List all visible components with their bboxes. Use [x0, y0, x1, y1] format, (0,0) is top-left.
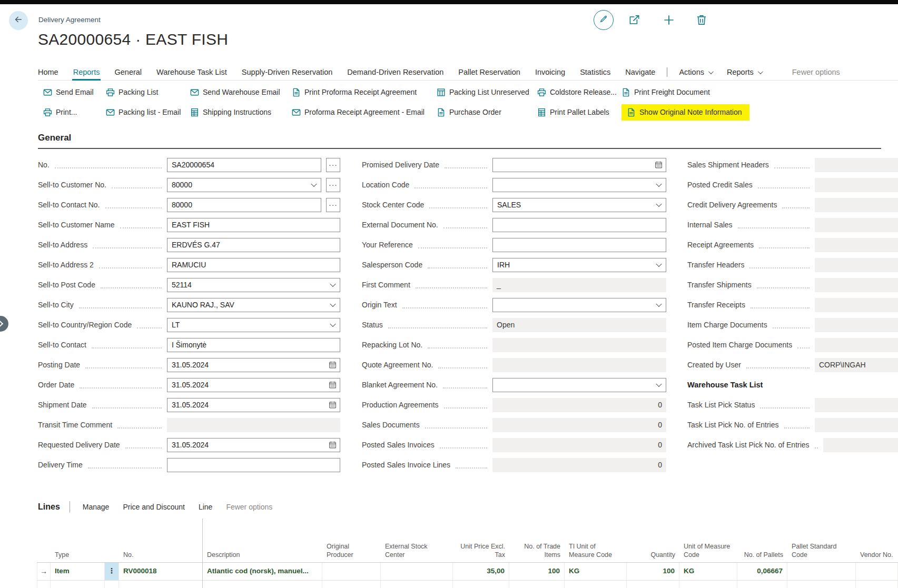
cell-external-stock-center[interactable]: [381, 581, 453, 588]
field-salesperson-code[interactable]: IRH: [492, 258, 666, 272]
tab-home[interactable]: Home: [38, 64, 66, 80]
back-button[interactable]: [9, 11, 28, 30]
ribbon-button-packing-list[interactable]: Packing List: [106, 88, 158, 97]
cell-unit-of-measure-code[interactable]: KG: [679, 563, 737, 580]
cell-row-menu[interactable]: [105, 581, 119, 588]
ribbon-button-send-warehouse-email[interactable]: Send Warehouse Email: [190, 88, 280, 97]
field-sell-to-customer-no[interactable]: 80000: [167, 178, 321, 192]
ribbon-button-proforma-receipt-agreement-email[interactable]: Proforma Receipt Agreement - Email: [292, 108, 425, 117]
column-header-description[interactable]: Description: [203, 519, 322, 562]
cell-ti-unit-of-measure-code[interactable]: [565, 581, 627, 588]
cell-row-menu[interactable]: ⋮: [105, 563, 119, 580]
field-location-code[interactable]: [492, 178, 666, 192]
field-promised-delivery-date[interactable]: [492, 158, 666, 172]
delete-button[interactable]: [695, 13, 708, 27]
field-sell-to-post-code[interactable]: 52114: [167, 278, 340, 292]
field-sell-to-contact-no[interactable]: 80000: [167, 198, 321, 212]
field-posting-date[interactable]: 31.05.2024: [167, 358, 340, 372]
field-no[interactable]: SA20000654: [167, 158, 321, 172]
cell-row-indicator[interactable]: [37, 581, 51, 588]
ribbon-button-send-email[interactable]: Send Email: [43, 88, 94, 97]
column-header-no-of-pallets[interactable]: No. of Pallets: [737, 519, 787, 562]
field-stock-center-code[interactable]: SALES: [492, 198, 666, 212]
cell-original-producer[interactable]: [322, 581, 381, 588]
tab-statistics[interactable]: Statistics: [573, 64, 618, 80]
tab-reports[interactable]: Reports: [719, 64, 769, 80]
cell-unit-of-measure-code[interactable]: [679, 581, 737, 588]
cell-pallet-standard-code[interactable]: [787, 563, 856, 580]
ribbon-button-print[interactable]: Print...: [43, 108, 77, 117]
cell-unit-price-excl-tax[interactable]: 35,00: [453, 563, 509, 580]
lines-menu-manage[interactable]: Manage: [83, 503, 110, 511]
tab-reports[interactable]: Reports: [66, 64, 107, 80]
cell-type[interactable]: Item: [51, 563, 105, 580]
sidebar-expand-button[interactable]: [0, 315, 9, 333]
field-requested-delivery-date[interactable]: 31.05.2024: [167, 438, 340, 452]
edit-button[interactable]: [594, 10, 614, 30]
field-sell-to-address[interactable]: ERDVÉS G.47: [167, 238, 340, 252]
field-order-date[interactable]: 31.05.2024: [167, 378, 340, 392]
cell-description[interactable]: [203, 581, 322, 588]
cell-no-of-trade-items[interactable]: [509, 581, 565, 588]
column-header-vendor-no[interactable]: Vendor No.: [856, 519, 898, 562]
lines-menu-line[interactable]: Line: [199, 503, 212, 511]
cell-ti-unit-of-measure-code[interactable]: KG: [565, 563, 627, 580]
cell-no-of-pallets[interactable]: [737, 581, 787, 588]
field-origin-text[interactable]: [492, 298, 666, 312]
ribbon-button-packing-list-unreserved[interactable]: Packing List Unreserved: [437, 88, 529, 97]
tab-fewer-options[interactable]: Fewer options: [785, 64, 847, 80]
ribbon-button-print-freight-document[interactable]: Print Freight Document: [621, 88, 710, 97]
column-header-unit-price-excl-tax[interactable]: Unit Price Excl. Tax: [453, 519, 509, 562]
field-delivery-time[interactable]: [167, 458, 340, 472]
field-shipment-date[interactable]: 31.05.2024: [167, 398, 340, 412]
tab-actions[interactable]: Actions: [672, 64, 719, 80]
field-sell-to-contact[interactable]: I Šimonytė: [167, 338, 340, 352]
column-header-ti-unit-of-measure-code[interactable]: TI Unit of Measure Code: [565, 519, 627, 562]
cell-vendor-no[interactable]: [856, 581, 898, 588]
cell-no-of-trade-items[interactable]: 100: [509, 563, 565, 580]
field-sell-to-customer-name[interactable]: EAST FISH: [167, 218, 340, 232]
column-header-unit-of-measure-code[interactable]: Unit of Measure Code: [679, 519, 737, 562]
share-button[interactable]: [627, 13, 641, 27]
ribbon-button-show-original-note-information[interactable]: Show Original Note Information: [621, 104, 749, 121]
ribbon-button-shipping-instructions[interactable]: Shipping Instructions: [190, 108, 271, 117]
tab-demand-driven-reservation[interactable]: Demand-Driven Reservation: [340, 64, 451, 80]
cell-quantity[interactable]: 100: [627, 563, 679, 580]
cell-external-stock-center[interactable]: [381, 563, 453, 580]
column-header-pallet-standard-code[interactable]: Pallet Standard Code: [787, 519, 856, 562]
field-sell-to-country-region-code[interactable]: LT: [167, 318, 340, 332]
column-header-original-producer[interactable]: Original Producer: [322, 519, 381, 562]
column-header-quantity[interactable]: Quantity: [627, 519, 679, 562]
column-header-no[interactable]: No.: [119, 519, 203, 562]
tab-pallet-reservation[interactable]: Pallet Reservation: [451, 64, 528, 80]
cell-no-of-pallets[interactable]: 0,06667: [737, 563, 787, 580]
tab-general[interactable]: General: [107, 64, 149, 80]
assist-edit-button[interactable]: ···: [326, 198, 340, 212]
tab-navigate[interactable]: Navigate: [618, 64, 663, 80]
field-blanket-agreement-no[interactable]: [492, 378, 666, 392]
lines-menu-fewer-options[interactable]: Fewer options: [226, 503, 272, 511]
cell-unit-price-excl-tax[interactable]: [453, 581, 509, 588]
field-sell-to-city[interactable]: KAUNO RAJ., SAV: [167, 298, 340, 312]
assist-edit-button[interactable]: ···: [326, 158, 340, 172]
column-header-external-stock-center[interactable]: External Stock Center: [381, 519, 453, 562]
assist-edit-button[interactable]: ···: [326, 178, 340, 192]
cell-vendor-no[interactable]: [856, 563, 898, 580]
column-header-type[interactable]: Type: [51, 519, 105, 562]
cell-no[interactable]: RV000018: [119, 563, 203, 580]
tab-invoicing[interactable]: Invoicing: [528, 64, 573, 80]
tab-supply-driven-reservation[interactable]: Supply-Driven Reservation: [234, 64, 340, 80]
cell-original-producer[interactable]: [322, 563, 381, 580]
cell-type[interactable]: [51, 581, 105, 588]
tab-warehouse-task-list[interactable]: Warehouse Task List: [149, 64, 234, 80]
ribbon-button-print-pallet-labels[interactable]: Print Pallet Labels: [537, 108, 609, 117]
column-header-no-of-trade-items[interactable]: No. of Trade Items: [509, 519, 565, 562]
add-button[interactable]: [662, 13, 676, 27]
cell-pallet-standard-code[interactable]: [787, 581, 856, 588]
cell-description[interactable]: Atlantic cod (norsk), manuel...: [203, 563, 322, 580]
ribbon-button-coldstore-release[interactable]: Coldstore Release...: [537, 88, 617, 97]
ribbon-button-purchase-order[interactable]: Purchase Order: [437, 108, 501, 117]
field-your-reference[interactable]: [492, 238, 666, 252]
lines-menu-price-and-discount[interactable]: Price and Discount: [123, 503, 185, 511]
ribbon-button-print-proforma-receipt-agreement[interactable]: Print Proforma Receipt Agreement: [292, 88, 417, 97]
